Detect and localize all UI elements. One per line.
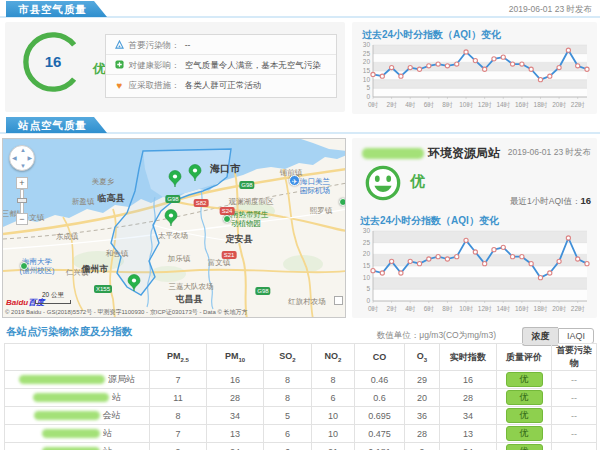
- pollutant-value: 28: [405, 425, 440, 443]
- info-value: 各类人群可正常活动: [185, 80, 262, 90]
- column-header: O3: [405, 344, 440, 371]
- pollutant-value: 28: [440, 389, 497, 407]
- info-row-measure: ♥ 应采取措施： 各类人群可正常活动: [106, 75, 336, 95]
- pollutant-value: 13: [440, 425, 497, 443]
- road-shield: G98: [255, 287, 270, 295]
- rating-pill: 优: [506, 426, 543, 441]
- svg-text:0: 0: [366, 93, 370, 100]
- station-section-header: 站点空气质量: [0, 116, 600, 134]
- pollutant-value: 0.695: [355, 407, 405, 425]
- aqi-info-box: 首要污染物： -- 对健康影响： 空气质量令人满意，基本无空气污染 ♥ 应采取措…: [105, 34, 337, 98]
- map-copyright: © 2019 Baidu - GS(2018)5572号 - 甲测资字11009…: [5, 308, 248, 317]
- station-pin-icon[interactable]: [164, 209, 178, 227]
- primary-pollutant-cell: --: [552, 407, 597, 425]
- publish-date: 2019-06-01 23 时发布: [509, 4, 592, 16]
- city-aqi-card: 16 优 首要污染物： -- 对健康影响： 空气质量令人满意，基本无空气污染 ♥…: [5, 22, 345, 112]
- svg-text:25: 25: [363, 50, 371, 57]
- baidu-map[interactable]: 海口市铺前镇海口美兰 国际机场观澜湖度假区海南热带野生 动植物园定安县富文镇屯昌…: [2, 138, 346, 318]
- svg-text:0时: 0时: [368, 101, 379, 108]
- station-aqi-line-chart: 0510152025300时2时4时6时8时10时12时14时16时18时20时…: [356, 228, 593, 314]
- pollutant-value: 6: [312, 389, 355, 407]
- chart-title: 过去24小时分指数（AQI）变化: [362, 28, 501, 42]
- svg-text:20: 20: [363, 58, 371, 65]
- zoom-handle[interactable]: [17, 198, 27, 203]
- svg-text:22时: 22时: [571, 101, 585, 108]
- map-scale-line: [35, 300, 71, 304]
- column-header: 实时指数: [440, 344, 497, 371]
- svg-text:20时: 20时: [552, 101, 566, 108]
- pollutant-value: 6: [264, 443, 312, 450]
- svg-text:16时: 16时: [515, 101, 529, 108]
- pollutant-table: PM2.5PM10SO2NO2COO3实时指数质量评价首要污染物 源局站7168…: [4, 343, 597, 450]
- column-header: PM10: [207, 344, 264, 371]
- map-scale: 20 公里: [35, 291, 71, 304]
- rating-pill: 优: [506, 408, 543, 423]
- station-name-suffix: 源局站: [108, 374, 135, 384]
- poi-dot-icon: [223, 215, 231, 223]
- map-scale-label: 20 公里: [35, 291, 71, 300]
- pollutant-value: 16: [207, 371, 264, 389]
- map-fullscreen-button[interactable]: [334, 296, 343, 305]
- info-value: --: [185, 40, 191, 50]
- station-pin-icon[interactable]: [168, 170, 182, 188]
- station-pin-icon[interactable]: [127, 274, 141, 292]
- svg-text:10: 10: [363, 274, 371, 281]
- city-section-header: 市县空气质量 2019-06-01 23 时发布: [0, 0, 600, 18]
- svg-text:18时: 18时: [534, 305, 548, 312]
- svg-text:22时: 22时: [571, 305, 585, 312]
- station-name-cell: 源局站: [5, 371, 150, 389]
- pollutant-value: 6: [264, 425, 312, 443]
- city-aqi-chart-card: 过去24小时分指数（AQI）变化 0510152025300时2时4时6时8时1…: [352, 22, 597, 114]
- station-name-cell: 站: [5, 443, 150, 450]
- column-header: PM2.5: [150, 344, 207, 371]
- rating-cell: 优: [497, 389, 552, 407]
- svg-text:10: 10: [363, 76, 371, 83]
- tab-city-air-quality: 市县空气质量: [6, 1, 107, 17]
- station-pin-icon[interactable]: [188, 164, 202, 182]
- pollutant-value: 10: [312, 407, 355, 425]
- pollutant-value: 36: [405, 407, 440, 425]
- svg-text:4时: 4时: [405, 305, 416, 312]
- info-value: 空气质量令人满意，基本无空气污染: [185, 60, 321, 70]
- zoom-in-button[interactable]: +: [16, 177, 28, 189]
- svg-text:2时: 2时: [387, 101, 398, 108]
- map-zoom-control[interactable]: + −: [16, 177, 28, 225]
- pollutant-value: 8: [264, 389, 312, 407]
- pollutant-value: 24: [207, 443, 264, 450]
- info-label: 应采取措施：: [128, 80, 179, 90]
- pollutant-value: 24: [440, 443, 497, 450]
- table-title: 各站点污染物浓度及分指数: [6, 325, 132, 339]
- road-shield: X155: [94, 285, 112, 293]
- svg-text:25: 25: [363, 239, 371, 246]
- svg-text:0: 0: [366, 297, 370, 304]
- station-name-suffix: 站: [103, 428, 112, 438]
- station-publish-date: 2019-06-01 23 时发布: [508, 147, 591, 159]
- aqi-value: 16: [21, 53, 85, 70]
- pollutant-value: 20: [405, 389, 440, 407]
- svg-text:18时: 18时: [534, 101, 548, 108]
- pollutant-value: 28: [207, 389, 264, 407]
- airport-marker-icon[interactable]: ✈: [289, 175, 300, 186]
- map-pan-control[interactable]: ▲▼ ◀▶: [9, 145, 35, 171]
- zoom-out-button[interactable]: −: [16, 213, 28, 225]
- column-header: NO2: [312, 344, 355, 371]
- toggle-iaqi[interactable]: IAQI: [558, 328, 594, 344]
- station-row: 站9246210.181924优--: [5, 443, 597, 450]
- station-aqi-value: 16: [580, 195, 591, 206]
- station-name-suffix: 站: [103, 446, 112, 450]
- table-body: 源局站716880.462916优--站1128860.62028优--会站83…: [5, 371, 597, 450]
- pollutant-value: 8: [312, 371, 355, 389]
- rating-cell: 优: [497, 371, 552, 389]
- svg-text:8时: 8时: [442, 101, 453, 108]
- pollutant-value: 13: [207, 425, 264, 443]
- rating-pill: 优: [506, 444, 543, 450]
- svg-text:10时: 10时: [459, 305, 473, 312]
- station-grade: 优: [410, 172, 425, 191]
- pollutant-value: 0.6: [355, 389, 405, 407]
- pollutant-value: 16: [440, 371, 497, 389]
- health-icon: [113, 56, 126, 75]
- baidu-logo-en: Baidu: [6, 298, 28, 307]
- svg-text:10时: 10时: [459, 101, 473, 108]
- station-row: 站1128860.62028优--: [5, 389, 597, 407]
- pollutant-value: 0.475: [355, 425, 405, 443]
